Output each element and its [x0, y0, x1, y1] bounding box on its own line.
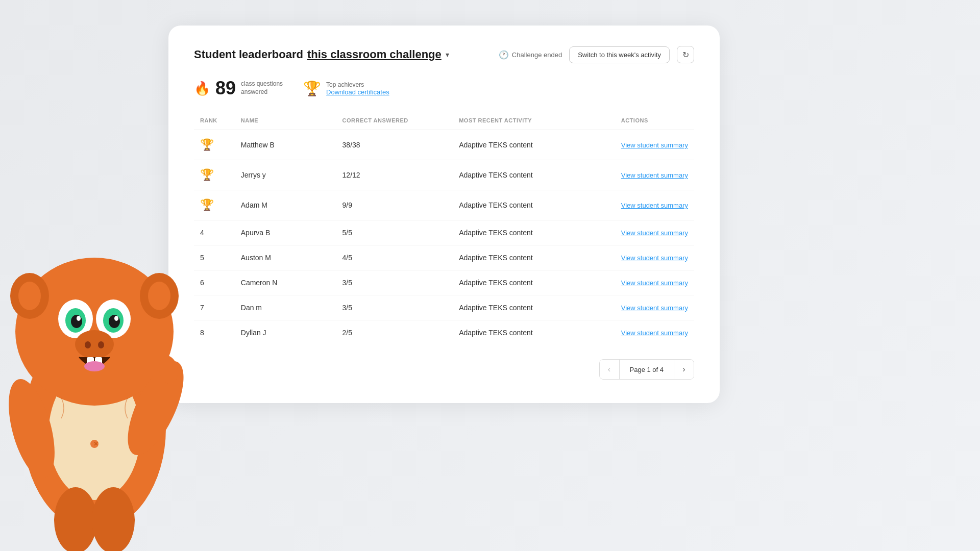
leaderboard-card: Student leaderboard this classroom chall… — [168, 26, 720, 403]
col-actions-header: ACTIONS — [615, 113, 694, 130]
table-row: 6Cameron N3/5Adaptive TEKS contentView s… — [194, 270, 694, 295]
leaderboard-table: RANK NAME CORRECT ANSWERED MOST RECENT A… — [194, 113, 694, 345]
card-header: Student leaderboard this classroom chall… — [194, 46, 694, 63]
svg-point-6 — [148, 282, 170, 310]
dropdown-arrow-icon[interactable]: ▾ — [446, 51, 449, 59]
activity-cell: Adaptive TEKS content — [453, 130, 615, 160]
col-name-header: NAME — [235, 113, 336, 130]
svg-point-25 — [92, 487, 135, 551]
rank-cell: 6 — [194, 270, 235, 295]
name-cell: Dan m — [235, 295, 336, 320]
svg-point-14 — [114, 316, 118, 321]
view-student-summary-link[interactable]: View student summary — [621, 254, 688, 262]
table-row: 🏆Matthew B38/38Adaptive TEKS contentView… — [194, 130, 694, 160]
achiever-text: Top achievers Download certificates — [326, 81, 389, 96]
challenge-status-text: Challenge ended — [512, 51, 562, 59]
pagination-row: ‹ Page 1 of 4 › — [194, 359, 694, 380]
svg-text:✕: ✕ — [93, 440, 99, 447]
action-cell: View student summary — [615, 245, 694, 270]
name-cell: Apurva B — [235, 220, 336, 245]
page-wrapper: ✕ Student leaderboard this classroom cha… — [0, 0, 980, 551]
name-cell: Auston M — [235, 245, 336, 270]
activity-cell: Adaptive TEKS content — [453, 320, 615, 345]
title-challenge-link[interactable]: this classroom challenge — [307, 48, 442, 61]
activity-cell: Adaptive TEKS content — [453, 270, 615, 295]
svg-point-4 — [18, 282, 41, 310]
svg-point-13 — [77, 316, 81, 321]
svg-point-20 — [84, 361, 105, 371]
activity-cell: Adaptive TEKS content — [453, 190, 615, 220]
table-row: 🏆Adam M9/9Adaptive TEKS contentView stud… — [194, 190, 694, 220]
silver-trophy-icon: 🏆 — [200, 168, 214, 181]
activity-cell: Adaptive TEKS content — [453, 220, 615, 245]
action-cell: View student summary — [615, 320, 694, 345]
action-cell: View student summary — [615, 295, 694, 320]
table-row: 4Apurva B5/5Adaptive TEKS contentView st… — [194, 220, 694, 245]
next-icon: › — [682, 365, 685, 374]
refresh-icon: ↻ — [682, 50, 689, 60]
refresh-button[interactable]: ↻ — [677, 46, 694, 63]
score-cell: 5/5 — [336, 220, 453, 245]
trophy-achiever-icon: 🏆 — [303, 80, 321, 97]
score-cell: 2/5 — [336, 320, 453, 345]
action-cell: View student summary — [615, 220, 694, 245]
svg-point-11 — [71, 315, 82, 328]
view-student-summary-link[interactable]: View student summary — [621, 279, 688, 287]
svg-point-16 — [85, 341, 91, 348]
svg-point-15 — [75, 330, 114, 359]
name-cell: Matthew B — [235, 130, 336, 160]
table-header: RANK NAME CORRECT ANSWERED MOST RECENT A… — [194, 113, 694, 130]
stats-row: 🔥 89 class questions answered 🏆 Top achi… — [194, 78, 694, 99]
rank-cell: 7 — [194, 295, 235, 320]
pagination-container: ‹ Page 1 of 4 › — [599, 359, 695, 380]
gold-trophy-icon: 🏆 — [200, 138, 214, 151]
rank-cell: 5 — [194, 245, 235, 270]
name-cell: Jerrys y — [235, 160, 336, 190]
view-student-summary-link[interactable]: View student summary — [621, 304, 688, 312]
score-cell: 12/12 — [336, 160, 453, 190]
questions-stat: 🔥 89 class questions answered — [194, 78, 283, 99]
col-correct-header: CORRECT ANSWERED — [336, 113, 453, 130]
view-student-summary-link[interactable]: View student summary — [621, 229, 688, 237]
action-cell: View student summary — [615, 270, 694, 295]
name-cell: Dyllan J — [235, 320, 336, 345]
score-cell: 9/9 — [336, 190, 453, 220]
table-row: 7Dan m3/5Adaptive TEKS contentView stude… — [194, 295, 694, 320]
view-student-summary-link[interactable]: View student summary — [621, 141, 688, 149]
view-student-summary-link[interactable]: View student summary — [621, 329, 688, 337]
page-info: Page 1 of 4 — [619, 360, 675, 379]
title-static: Student leaderboard — [194, 48, 303, 61]
activity-cell: Adaptive TEKS content — [453, 245, 615, 270]
rank-cell: 8 — [194, 320, 235, 345]
score-cell: 4/5 — [336, 245, 453, 270]
action-cell: View student summary — [615, 130, 694, 160]
name-cell: Adam M — [235, 190, 336, 220]
questions-label: class questions answered — [241, 80, 283, 96]
download-certificates-link[interactable]: Download certificates — [326, 88, 389, 96]
title-area: Student leaderboard this classroom chall… — [194, 48, 449, 61]
svg-point-12 — [109, 315, 120, 328]
fire-icon: 🔥 — [194, 81, 210, 96]
switch-week-button[interactable]: Switch to this week's activity — [569, 46, 670, 63]
achiever-title: Top achievers — [326, 81, 389, 88]
table-row: 🏆Jerrys y12/12Adaptive TEKS contentView … — [194, 160, 694, 190]
score-cell: 3/5 — [336, 270, 453, 295]
table-row: 8Dyllan J2/5Adaptive TEKS contentView st… — [194, 320, 694, 345]
prev-page-button[interactable]: ‹ — [600, 360, 619, 379]
view-student-summary-link[interactable]: View student summary — [621, 202, 688, 209]
rank-cell: 4 — [194, 220, 235, 245]
clock-icon: 🕐 — [499, 50, 509, 60]
col-rank-header: RANK — [194, 113, 235, 130]
name-cell: Cameron N — [235, 270, 336, 295]
table-row: 5Auston M4/5Adaptive TEKS contentView st… — [194, 245, 694, 270]
score-cell: 3/5 — [336, 295, 453, 320]
view-student-summary-link[interactable]: View student summary — [621, 171, 688, 179]
rank-cell: 🏆 — [194, 130, 235, 160]
rank-cell: 🏆 — [194, 190, 235, 220]
achievers-stat: 🏆 Top achievers Download certificates — [303, 80, 389, 97]
action-cell: View student summary — [615, 190, 694, 220]
monster-mascot: ✕ — [0, 184, 189, 551]
next-page-button[interactable]: › — [674, 360, 694, 379]
activity-cell: Adaptive TEKS content — [453, 160, 615, 190]
challenge-status: 🕐 Challenge ended — [499, 50, 562, 60]
